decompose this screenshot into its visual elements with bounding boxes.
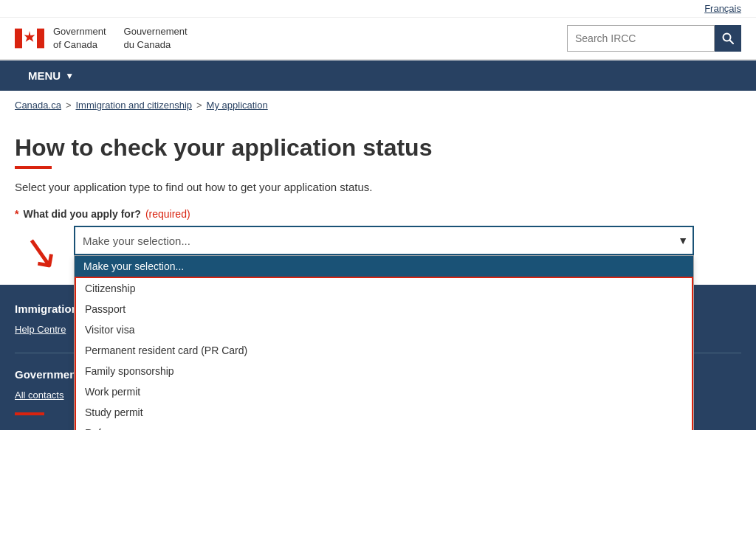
- breadcrumb-canada[interactable]: Canada.ca: [15, 100, 61, 111]
- dropdown-item-work-permit[interactable]: Work permit: [76, 381, 692, 402]
- logo-area: Government of Canada Gouvernement du Can…: [15, 25, 188, 52]
- dropdown-open-list[interactable]: Make your selection... Citizenship Passp…: [74, 255, 694, 430]
- dropdown-item-visitor-visa[interactable]: Visitor visa: [76, 319, 692, 340]
- svg-rect-0: [15, 29, 22, 49]
- dropdown-item-study-permit[interactable]: Study permit: [76, 402, 692, 423]
- breadcrumb-sep-1: >: [66, 100, 72, 111]
- red-arrow-indicator: ↘: [18, 224, 63, 281]
- dropdown-container: Make your selection... Citizenship Passp…: [74, 226, 694, 255]
- dropdown-item-passport[interactable]: Passport: [76, 299, 692, 319]
- chevron-down-icon: ▼: [65, 71, 74, 81]
- gov-name-english: Government of Canada: [53, 25, 106, 52]
- dropdown-item-family-sponsorship[interactable]: Family sponsorship: [76, 361, 692, 381]
- page-title: How to check your application status: [15, 134, 694, 162]
- footer-link-all-contacts[interactable]: All contacts: [15, 390, 63, 401]
- search-input[interactable]: [567, 25, 715, 52]
- breadcrumb-sep-2: >: [196, 100, 202, 111]
- footer-accent-bar: [15, 412, 44, 415]
- canada-flag-icon: [15, 27, 44, 49]
- gov-name-french: Gouvernement du Canada: [124, 25, 188, 52]
- footer-link-help-centre[interactable]: Help Centre: [15, 324, 66, 335]
- breadcrumb: Canada.ca > Immigration and citizenship …: [0, 91, 756, 120]
- dropdown-item-citizenship[interactable]: Citizenship: [76, 278, 692, 299]
- navigation-bar: MENU ▼: [0, 60, 756, 91]
- language-toggle[interactable]: Français: [704, 3, 741, 14]
- dropdown-options-box: Citizenship Passport Visitor visa Perman…: [75, 277, 693, 430]
- application-type-select[interactable]: Make your selection... Citizenship Passp…: [74, 226, 694, 255]
- top-bar: Français: [0, 0, 756, 18]
- required-text: (required): [145, 208, 190, 220]
- search-icon: [722, 32, 734, 44]
- required-asterisk: *: [15, 208, 18, 220]
- dropdown-item-make-selection[interactable]: Make your selection...: [75, 256, 693, 277]
- page-description: Select your application type to find out…: [15, 181, 694, 193]
- svg-line-5: [730, 41, 734, 44]
- site-header: Government of Canada Gouvernement du Can…: [0, 18, 756, 60]
- breadcrumb-immigration[interactable]: Immigration and citizenship: [75, 100, 192, 111]
- main-content: How to check your application status Sel…: [0, 120, 709, 285]
- search-button[interactable]: [715, 25, 741, 52]
- breadcrumb-my-application[interactable]: My application: [207, 100, 268, 111]
- form-label-text: What did you apply for?: [23, 208, 140, 220]
- menu-label: MENU: [28, 69, 61, 82]
- dropdown-item-pr-card[interactable]: Permanent resident card (PR Card): [76, 340, 692, 361]
- form-label: * What did you apply for? (required): [15, 208, 694, 220]
- svg-rect-2: [37, 29, 44, 49]
- search-area: [567, 25, 741, 52]
- title-underline: [15, 166, 52, 169]
- menu-button[interactable]: MENU ▼: [15, 60, 87, 91]
- dropdown-section: ↘ Make your selection... Citizenship Pas…: [74, 226, 694, 255]
- government-name: Government of Canada Gouvernement du Can…: [53, 25, 188, 52]
- dropdown-item-refugees[interactable]: Refugees: [76, 423, 692, 430]
